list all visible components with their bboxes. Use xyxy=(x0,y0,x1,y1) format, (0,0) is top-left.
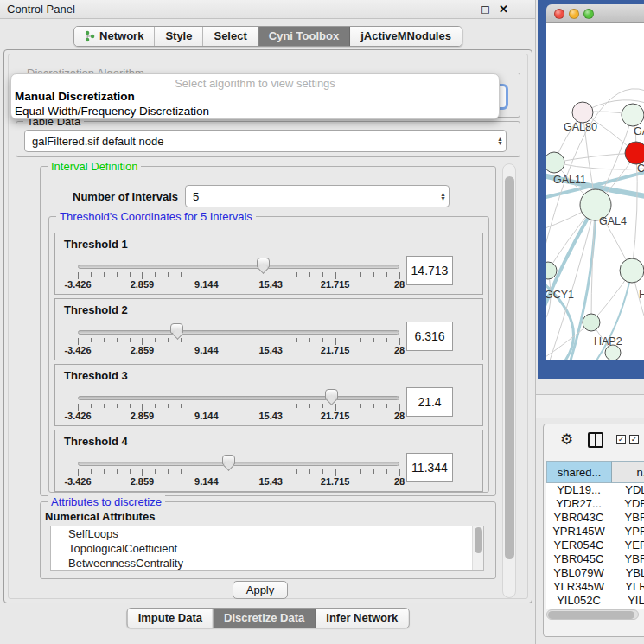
tick-mark xyxy=(233,272,233,277)
network-node-gal80[interactable] xyxy=(572,102,593,123)
window-close-button[interactable] xyxy=(554,9,564,19)
tick-mark xyxy=(117,469,118,474)
checkbox-icon-2[interactable]: ✓ xyxy=(629,435,639,444)
network-node-c[interactable] xyxy=(625,142,644,164)
table-row[interactable]: YDR27...YDR2... xyxy=(546,497,644,511)
network-node-label: C xyxy=(637,163,644,175)
table-row[interactable]: YBL079WYBL0... xyxy=(546,566,644,580)
tick-mark xyxy=(309,338,310,342)
slider-track[interactable] xyxy=(78,265,399,269)
window-zoom-button[interactable] xyxy=(583,9,594,19)
close-panel-icon[interactable]: ✕ xyxy=(499,3,508,16)
threshold-slider[interactable]: -3.4262.8599.14415.4321.71528 xyxy=(78,365,399,427)
threshold-value-field[interactable]: 11.344 xyxy=(406,453,453,482)
tab-network[interactable]: Network xyxy=(74,27,155,46)
attributes-scrollbar-thumb[interactable] xyxy=(475,527,482,553)
threshold-value-field[interactable]: 21.4 xyxy=(406,387,453,417)
network-node-label: GCY1 xyxy=(546,289,574,301)
table-row[interactable]: YBR043CYBR0... xyxy=(546,511,644,525)
slider-track[interactable] xyxy=(78,396,399,400)
tab-label: Style xyxy=(165,29,192,42)
slider-track[interactable] xyxy=(78,330,399,335)
tab-select[interactable]: Select xyxy=(203,27,258,46)
tab-jactivemnodules[interactable]: jActiveMNodules xyxy=(350,27,462,46)
network-icon xyxy=(85,30,95,42)
slider-tick-labels: -3.4262.8599.14415.4321.71528 xyxy=(78,476,399,488)
table-row[interactable]: YBR045CYBR0... xyxy=(546,552,644,566)
tick-mark xyxy=(168,272,169,277)
tick-mark xyxy=(207,404,207,411)
table-header-row: shared...n... xyxy=(546,461,644,483)
bottom-tab-discretize-data[interactable]: Discretize Data xyxy=(214,609,316,628)
tick-mark xyxy=(220,404,220,408)
slider-thumb[interactable] xyxy=(170,323,183,334)
bottom-tab-impute-data[interactable]: Impute Data xyxy=(128,609,214,628)
tick-mark xyxy=(207,272,207,279)
threshold-value-field[interactable]: 6.316 xyxy=(406,322,453,351)
bottom-tab-infer-network[interactable]: Infer Network xyxy=(316,609,408,628)
network-canvas[interactable]: GAL80GACGAL11GAL4GCY1HHAP2 xyxy=(546,23,644,360)
tick-mark xyxy=(168,469,169,474)
tick-mark xyxy=(399,272,400,279)
threshold-slider[interactable]: -3.4262.8599.14415.4321.71528 xyxy=(78,299,399,361)
tick-mark xyxy=(271,272,271,279)
table-row[interactable]: YDL19...YDL1... xyxy=(546,483,644,497)
network-node-ga[interactable] xyxy=(622,104,644,126)
algorithm-placeholder-option[interactable]: Select algorithm to view settings xyxy=(11,74,499,89)
tick-mark xyxy=(284,338,284,342)
algorithm-option-manual[interactable]: Manual Discretization xyxy=(11,89,499,104)
tick-mark xyxy=(181,272,182,277)
split-view-icon[interactable] xyxy=(588,432,603,448)
panel-scrollbar-thumb[interactable] xyxy=(505,176,514,559)
column-header-shared[interactable]: shared... xyxy=(546,461,611,483)
table-row[interactable]: YPR145WYPR1... xyxy=(546,525,644,539)
threshold-panel-2: Threshold 2-3.4262.8599.14415.4321.71528… xyxy=(54,298,483,360)
slider-track[interactable] xyxy=(78,462,399,466)
threshold-slider[interactable]: -3.4262.8599.14415.4321.71528 xyxy=(78,233,399,296)
table-row[interactable]: YLR345WYLR3... xyxy=(546,580,644,594)
network-node-hap2[interactable] xyxy=(583,314,600,331)
network-window-titlebar[interactable] xyxy=(546,4,644,23)
tick-mark xyxy=(271,469,271,476)
table-row[interactable]: YIL052CYIL0... xyxy=(546,594,644,608)
slider-thumb[interactable] xyxy=(222,455,235,465)
tab-style[interactable]: Style xyxy=(155,27,203,46)
tab-label: Cyni Toolbox xyxy=(269,29,339,42)
attributes-scrollbar[interactable] xyxy=(472,526,483,570)
table-row[interactable]: YER054CYER0... xyxy=(546,539,644,552)
table-hscrollbar-thumb[interactable] xyxy=(548,611,634,619)
tick-label: 28 xyxy=(394,476,405,487)
window-minimize-button[interactable] xyxy=(569,9,579,19)
network-node-gal11[interactable] xyxy=(546,152,564,173)
tab-cyni-toolbox[interactable]: Cyni Toolbox xyxy=(258,27,350,46)
tick-mark xyxy=(78,469,79,476)
slider-thumb[interactable] xyxy=(257,258,270,268)
checkbox-icon-1[interactable]: ✓ xyxy=(616,435,626,444)
table-data-select[interactable]: galFiltered.sif default node ▲▼ xyxy=(24,130,507,152)
numerical-attributes-list[interactable]: SelfLoopsTopologicalCoefficientBetweenne… xyxy=(50,526,484,571)
control-panel-title: Control Panel xyxy=(7,3,75,16)
threshold-value-field[interactable]: 14.713 xyxy=(406,256,453,285)
number-of-intervals-select[interactable]: 5 ▲▼ xyxy=(185,185,450,207)
network-node-gcy1[interactable] xyxy=(546,262,557,279)
column-header-n[interactable]: n... xyxy=(611,461,644,483)
float-panel-icon[interactable]: ◻ xyxy=(481,3,490,16)
attribute-item[interactable]: SelfLoops xyxy=(51,526,483,541)
attribute-item[interactable]: TopologicalCoefficient xyxy=(51,541,483,556)
apply-button[interactable]: Apply xyxy=(233,581,288,599)
tick-mark xyxy=(322,469,323,474)
tick-label: -3.426 xyxy=(64,279,91,290)
network-node-h[interactable] xyxy=(620,258,644,283)
threshold-slider[interactable]: -3.4262.8599.14415.4321.71528 xyxy=(78,430,399,493)
tick-label: 9.144 xyxy=(194,279,219,290)
attribute-item[interactable]: BetweennessCentrality xyxy=(51,556,483,571)
table-panel-header: Table Panel xyxy=(536,394,644,418)
tick-label: -3.426 xyxy=(64,411,91,421)
algorithm-option-equal-width[interactable]: Equal Width/Frequency Discretization xyxy=(11,104,499,118)
gear-icon[interactable]: ⚙ xyxy=(560,430,573,449)
table-cell: YER0... xyxy=(611,539,644,552)
slider-ticks xyxy=(78,469,399,476)
tick-label: 2.859 xyxy=(131,345,155,355)
slider-thumb[interactable] xyxy=(325,389,338,399)
tick-label: 28 xyxy=(394,279,405,290)
